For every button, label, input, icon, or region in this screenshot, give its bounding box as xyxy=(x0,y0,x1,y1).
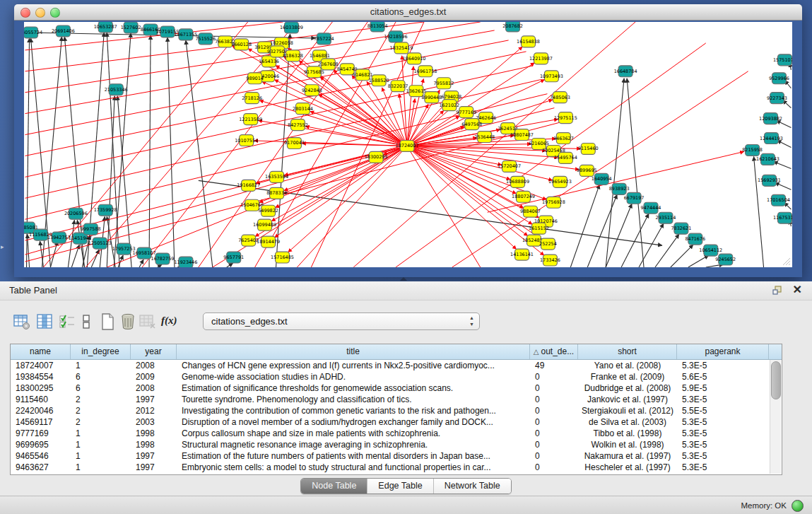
table-row[interactable]: 946362711997Embryonic stem cells: a mode… xyxy=(11,462,782,473)
column-header-name[interactable]: name xyxy=(11,344,71,359)
node-label: 9474444 xyxy=(641,205,661,211)
node-label: 8454749 xyxy=(337,66,358,72)
node-label: 9175685 xyxy=(304,69,324,75)
citation-edge-black[interactable] xyxy=(754,156,764,267)
scrollbar-thumb[interactable] xyxy=(771,361,781,399)
node-label: 16154838 xyxy=(517,39,540,45)
tab-node-table[interactable]: Node Table xyxy=(301,479,367,493)
citation-edge-black[interactable] xyxy=(671,245,693,267)
tab-edge-table[interactable]: Edge Table xyxy=(367,479,433,493)
citation-edge-black[interactable] xyxy=(774,161,792,168)
node-label: 16099489 xyxy=(253,222,276,228)
table-row[interactable]: 977716911998Corpus callosum shape and si… xyxy=(11,428,782,439)
citation-edge-black[interactable] xyxy=(775,182,792,189)
table-row[interactable]: 1830029562008Estimation of significance … xyxy=(11,382,782,394)
node-label: 9245652 xyxy=(715,257,736,262)
network-canvas[interactable]: 2405572420691406106532871527602846616010… xyxy=(24,22,792,267)
table-cell: 0 xyxy=(530,371,578,382)
window-titlebar[interactable]: citations_edges.txt xyxy=(14,4,802,21)
table-row[interactable]: 1872400712008Changes of HCN gene express… xyxy=(11,360,782,371)
table-cell: 0 xyxy=(530,394,578,405)
table-cell: 1998 xyxy=(131,428,177,439)
node-label: 15046766 xyxy=(240,202,264,208)
float-panel-icon[interactable] xyxy=(772,285,782,296)
table-selector-dropdown[interactable]: citations_edges.txt ▲▼ xyxy=(203,313,480,330)
column-header-in_degree[interactable]: in_degree xyxy=(71,344,131,359)
table-cell: 0 xyxy=(530,382,578,394)
table-row[interactable]: 946554611997Estimation of the future num… xyxy=(11,450,782,462)
column-header-pagerank[interactable]: pagerank xyxy=(677,344,769,359)
sort-ascending-icon: △ xyxy=(534,348,539,356)
citation-edge-black[interactable] xyxy=(777,141,791,148)
citation-edge-black[interactable] xyxy=(149,35,151,267)
table-tabs: Node TableEdge TableNetwork Table xyxy=(300,478,511,494)
trash-icon[interactable] xyxy=(119,313,137,331)
tab-network-table[interactable]: Network Table xyxy=(434,479,511,493)
node-label: 16033809 xyxy=(280,25,303,30)
vertical-scrollbar[interactable] xyxy=(770,360,781,474)
function-builder-icon[interactable]: f(x) xyxy=(161,315,177,327)
table-cell: 2003 xyxy=(131,416,177,428)
table-row[interactable]: 1938455462009Genome-wide association stu… xyxy=(11,371,782,382)
node-label: 8878334 xyxy=(266,190,287,196)
node-label: 8471676 xyxy=(685,236,705,242)
node-label: 2367608 xyxy=(318,62,339,67)
table-cell: 5.3E-5 xyxy=(677,428,769,439)
table-cell: Structural magnetic resonance image aver… xyxy=(177,439,530,450)
node-label: 12975115 xyxy=(554,115,577,121)
citation-edge-black[interactable] xyxy=(688,255,709,267)
column-header-out_de[interactable]: △out_de... xyxy=(530,344,578,359)
node-label: 10653287 xyxy=(94,24,117,30)
table-cell: Tibbo et al. (1998) xyxy=(578,428,677,439)
table-cell: 0 xyxy=(530,439,578,450)
citation-edge-black[interactable] xyxy=(68,220,74,267)
table-row[interactable]: 1456911722003Disruption of a novel membe… xyxy=(11,416,782,428)
column-header-short[interactable]: short xyxy=(578,344,677,359)
memory-indicator-button[interactable] xyxy=(792,500,804,512)
node-label: 2935114 xyxy=(656,215,676,221)
table-cell: Stergiakouli et al. (2012) xyxy=(578,405,677,416)
citation-edge-black[interactable] xyxy=(91,250,99,267)
node-label: 9242848 xyxy=(302,88,322,93)
hub-citation-edge[interactable] xyxy=(407,146,517,249)
column-checklist-icon[interactable] xyxy=(58,313,76,331)
table-row[interactable]: 2242004622012Investigating the contribut… xyxy=(11,405,782,416)
hub-citation-edge[interactable] xyxy=(302,144,407,146)
citation-network-graph[interactable]: 2405572420691406106532871527602846616010… xyxy=(24,22,792,267)
table-cell: 0 xyxy=(530,416,578,428)
new-file-icon[interactable] xyxy=(98,313,117,331)
table-cell: 2008 xyxy=(131,382,177,394)
citation-edge-black[interactable] xyxy=(776,121,791,128)
node-label: 21053346 xyxy=(105,87,128,93)
citation-edge-black[interactable] xyxy=(186,40,213,267)
column-chooser-icon[interactable] xyxy=(35,313,54,331)
table-row[interactable]: 911546021997Tourette syndrome. Phenomeno… xyxy=(11,394,782,405)
citation-edge-black[interactable] xyxy=(627,78,644,267)
citation-edge-red[interactable] xyxy=(297,146,407,267)
citation-edge-black[interactable] xyxy=(227,263,233,267)
node-label: 15720407 xyxy=(498,163,521,169)
table-settings-icon[interactable] xyxy=(13,313,31,331)
table-cell: 2012 xyxy=(131,405,177,416)
table-cell: 1997 xyxy=(131,450,177,462)
column-header-title[interactable]: title xyxy=(177,344,530,359)
table-row[interactable]: 969969511998Structural magnetic resonanc… xyxy=(11,439,782,450)
citation-edge-black[interactable] xyxy=(28,234,30,267)
node-label: 7832621 xyxy=(671,226,691,231)
hub-citation-edge[interactable] xyxy=(407,146,510,179)
hub-citation-edge[interactable] xyxy=(402,56,407,146)
panel-collapse-arrow-icon[interactable]: ▸ xyxy=(1,243,4,250)
citation-edge-red[interactable] xyxy=(407,146,481,267)
splitter-handle[interactable] xyxy=(400,277,407,281)
table-cell: 2 xyxy=(71,405,131,416)
node-label: 6216065 xyxy=(529,141,549,146)
row-height-icon[interactable] xyxy=(77,313,95,331)
close-panel-icon[interactable]: ✕ xyxy=(793,284,802,296)
canvas-resize-grip-icon[interactable] xyxy=(781,256,791,266)
column-header-year[interactable]: year xyxy=(131,344,177,359)
table-cell: Embryonic stem cells: a model to study s… xyxy=(177,462,530,473)
table-cell: 1 xyxy=(71,450,131,462)
node-label: 7955812 xyxy=(433,81,454,86)
citation-edge-black[interactable] xyxy=(570,185,599,267)
table-cell: Disruption of a novel member of a sodium… xyxy=(177,416,530,428)
